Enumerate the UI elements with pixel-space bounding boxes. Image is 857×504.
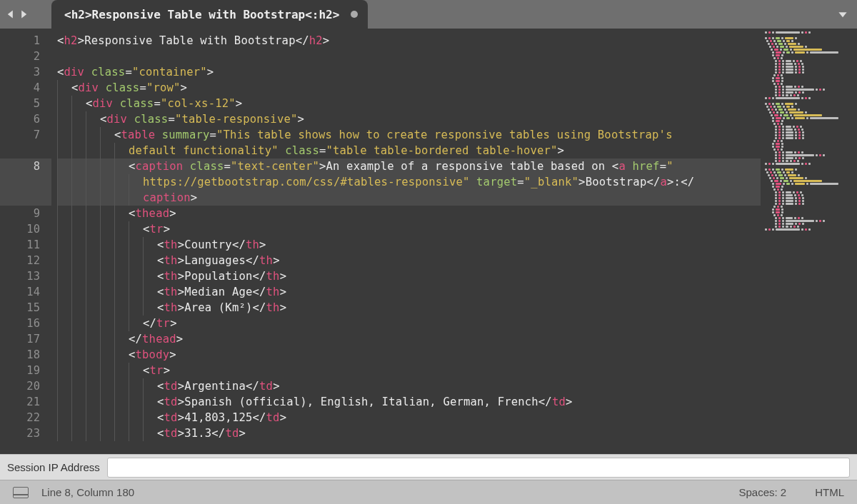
line-number[interactable]: 14: [0, 284, 40, 300]
more-tabs-icon[interactable]: [828, 0, 857, 29]
panel-icon[interactable]: [13, 487, 29, 498]
tab-active[interactable]: <h2>Responsive Table with Bootstrap<:h2>: [51, 0, 368, 29]
code-line[interactable]: <th>Population</th>: [57, 268, 857, 284]
line-number[interactable]: 22: [0, 410, 40, 425]
line-number[interactable]: 3: [0, 64, 40, 80]
gutter: 1234567891011121314151617181920212223: [0, 29, 51, 454]
svg-marker-2: [838, 12, 846, 17]
code-line[interactable]: <td>31.3</td>: [57, 425, 857, 441]
session-ip-input[interactable]: [107, 458, 850, 478]
status-syntax[interactable]: HTML: [815, 486, 844, 498]
code-line[interactable]: </thead>: [57, 331, 857, 347]
line-number[interactable]: 20: [0, 378, 40, 394]
code-line[interactable]: <th>Country</th>: [57, 237, 857, 253]
minimap[interactable]: [761, 29, 857, 454]
code-line[interactable]: <div class="container">: [57, 64, 857, 80]
code-line[interactable]: <tr>: [57, 363, 857, 378]
code-line[interactable]: <td>41,803,125</td>: [57, 410, 857, 425]
svg-marker-0: [8, 10, 13, 18]
code-line[interactable]: </tr>: [57, 316, 857, 331]
line-number[interactable]: 1: [0, 33, 40, 49]
code-line[interactable]: <th>Median Age</th>: [57, 284, 857, 300]
nav-forward-icon[interactable]: [17, 0, 30, 29]
line-number[interactable]: 8: [0, 158, 51, 206]
code-line[interactable]: <th>Languages</th>: [57, 253, 857, 268]
dirty-indicator-icon: [351, 11, 358, 18]
status-cursor[interactable]: Line 8, Column 180: [41, 486, 134, 498]
code-line[interactable]: <caption class="text-center">An example …: [57, 158, 857, 174]
line-number[interactable]: 21: [0, 394, 40, 410]
line-number[interactable]: 12: [0, 253, 40, 268]
code-line[interactable]: <tbody>: [57, 347, 857, 363]
code-line[interactable]: <td>Spanish (official), English, Italian…: [57, 394, 857, 410]
code-line[interactable]: [57, 49, 857, 64]
line-number[interactable]: 10: [0, 221, 40, 237]
line-number[interactable]: 23: [0, 425, 40, 441]
tab-title: <h2>Responsive Table with Bootstrap<:h2>: [64, 8, 339, 21]
line-number[interactable]: 19: [0, 363, 40, 378]
session-ip-label: Session IP Address: [7, 461, 100, 473]
line-number[interactable]: 4: [0, 80, 40, 96]
code-line[interactable]: <div class="row">: [57, 80, 857, 96]
line-number[interactable]: 2: [0, 49, 40, 64]
status-indent[interactable]: Spaces: 2: [738, 486, 786, 498]
code-line[interactable]: https://getbootstrap.com/css/#tables-res…: [57, 174, 857, 190]
line-number[interactable]: 16: [0, 316, 40, 331]
code-line[interactable]: caption>: [57, 190, 857, 206]
line-number[interactable]: 9: [0, 206, 40, 221]
line-number[interactable]: 11: [0, 237, 40, 253]
code-line[interactable]: <th>Area (Km²)</th>: [57, 300, 857, 316]
code-line[interactable]: <tr>: [57, 221, 857, 237]
line-number[interactable]: 15: [0, 300, 40, 316]
line-number[interactable]: 13: [0, 268, 40, 284]
code-area[interactable]: <h2>Responsive Table with Bootstrap</h2>…: [51, 29, 857, 454]
line-number[interactable]: 17: [0, 331, 40, 347]
status-bar: Line 8, Column 180 Spaces: 2 HTML: [0, 480, 857, 504]
svg-marker-1: [21, 10, 26, 18]
session-ip-row: Session IP Address: [0, 454, 857, 480]
code-line[interactable]: <div class="table-responsive">: [57, 111, 857, 127]
code-line[interactable]: default functionality" class="table tabl…: [57, 143, 857, 158]
code-line[interactable]: <table summary="This table shows how to …: [57, 127, 857, 143]
code-line[interactable]: <h2>Responsive Table with Bootstrap</h2>: [57, 33, 857, 49]
line-number[interactable]: 6: [0, 111, 40, 127]
line-number[interactable]: 7: [0, 127, 40, 158]
tab-bar: <h2>Responsive Table with Bootstrap<:h2>: [0, 0, 857, 29]
line-number[interactable]: 18: [0, 347, 40, 363]
code-line[interactable]: <thead>: [57, 206, 857, 221]
code-line[interactable]: <td>Argentina</td>: [57, 378, 857, 394]
code-line[interactable]: <div class="col-xs-12">: [57, 96, 857, 111]
nav-back-icon[interactable]: [4, 0, 17, 29]
line-number[interactable]: 5: [0, 96, 40, 111]
editor[interactable]: 1234567891011121314151617181920212223 <h…: [0, 29, 857, 454]
